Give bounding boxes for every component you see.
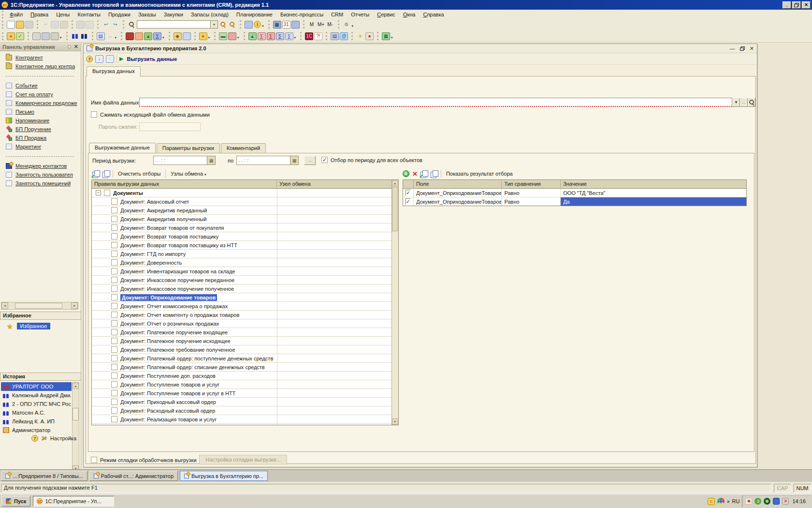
- value-cell[interactable]: ООО "ТД "Веста": [561, 189, 746, 197]
- settings-link[interactable]: Настройка: [50, 435, 76, 441]
- menu-item-10[interactable]: Бизнес-процессы: [276, 11, 327, 18]
- window-tab[interactable]: Рабочий ст...: Администратор: [89, 471, 178, 481]
- delete-icon[interactable]: ✕: [412, 170, 418, 178]
- history-scrollbar[interactable]: ▴ ▾: [72, 382, 79, 472]
- save-icon[interactable]: [25, 21, 33, 29]
- rules-row[interactable]: Документ: Отчет комиссионера о продажах: [92, 302, 398, 311]
- field-cell[interactable]: Документ_ОприходованиеТоваров....: [414, 197, 502, 206]
- print-forms-icon[interactable]: [42, 32, 50, 40]
- row-checkbox[interactable]: [111, 277, 117, 283]
- menu-item-7[interactable]: Закупки: [160, 11, 187, 18]
- row-checkbox[interactable]: [111, 285, 117, 292]
- contact-person-icon[interactable]: [135, 32, 143, 40]
- row-checkbox[interactable]: [111, 364, 117, 370]
- uncheck-all-icon[interactable]: [102, 170, 110, 178]
- report-sum3-icon[interactable]: ∑: [276, 32, 284, 40]
- help-icon[interactable]: ?: [86, 56, 93, 62]
- panel-link-1-6[interactable]: БП Продажа: [0, 134, 81, 142]
- paste-icon[interactable]: [60, 21, 68, 29]
- row-checkbox[interactable]: [111, 346, 117, 353]
- rules-row[interactable]: Документ: Аккредитив переданный: [92, 206, 398, 215]
- m-plus-icon[interactable]: M+: [317, 21, 325, 29]
- rules-row[interactable]: Документ: Поступление доп. расходов: [92, 372, 398, 380]
- copy-window-icon[interactable]: [245, 21, 253, 29]
- help-icon[interactable]: ?: [31, 435, 38, 442]
- row-checkbox[interactable]: [111, 338, 117, 344]
- calendar-icon[interactable]: ▦: [207, 156, 216, 165]
- document-check-icon[interactable]: ✓: [16, 32, 24, 40]
- forward-icon[interactable]: →: [106, 32, 114, 40]
- row-checkbox[interactable]: [111, 416, 117, 422]
- row-checkbox[interactable]: [111, 233, 117, 239]
- history-item[interactable]: 2 - ОПО УГПС МЧС Рос...: [1, 400, 72, 408]
- minimize-button[interactable]: _: [783, 1, 791, 9]
- debug-mode-checkbox[interactable]: [91, 457, 97, 463]
- customer-order-icon[interactable]: [183, 32, 191, 40]
- filter-row[interactable]: ✓Документ_ОприходованиеТоваров....РавноД…: [403, 197, 746, 206]
- history-item[interactable]: Лейканд К. А. ИП: [1, 417, 72, 426]
- open-icon[interactable]: [16, 21, 24, 29]
- panel-link-1-0[interactable]: Событие: [0, 81, 81, 90]
- rules-row[interactable]: Документ: ГТД по импорту: [92, 250, 398, 258]
- window-tab[interactable]: Выгрузка в Бухгалтерию пр...: [180, 471, 268, 481]
- show-filter-result-button[interactable]: Показать результат отбора: [444, 170, 515, 178]
- tab-export-data[interactable]: Выгрузка данных: [87, 66, 141, 76]
- scroll-left-icon[interactable]: ◂: [1, 302, 8, 309]
- print-more-icon[interactable]: [51, 32, 59, 40]
- clear-filters-button[interactable]: Очистить отборы: [116, 170, 162, 178]
- chrome-icon[interactable]: [717, 498, 725, 505]
- email-icon[interactable]: @: [340, 32, 348, 40]
- payments-icon-dropdown[interactable]: ▾: [208, 36, 210, 40]
- service-wrench-icon-dropdown[interactable]: ▾: [352, 24, 354, 28]
- menu-item-14[interactable]: Окна: [399, 11, 420, 18]
- exchange-nodes-button[interactable]: Узлы обмена ▾: [169, 170, 208, 178]
- panel-link-0-0[interactable]: Контрагент: [0, 53, 81, 62]
- check-all-icon[interactable]: ✓: [92, 170, 100, 178]
- panel-link-2-1[interactable]: Занятость пользовател: [0, 170, 81, 179]
- panel-link-1-5[interactable]: БП Поручение: [0, 125, 81, 134]
- crm-icon[interactable]: 1С: [305, 32, 313, 40]
- customer-basket-icon[interactable]: ◆: [174, 32, 182, 40]
- rules-group-row[interactable]: −Документы: [92, 189, 398, 197]
- menu-item-1[interactable]: Файл: [6, 11, 27, 18]
- structure-tree-icon-dropdown[interactable]: ▾: [391, 36, 393, 40]
- check-all-icon[interactable]: ✓: [420, 170, 428, 178]
- forward-icon-dropdown[interactable]: ▾: [115, 36, 117, 40]
- menu-item-13[interactable]: Сервис: [373, 11, 399, 18]
- mdi-restore-button[interactable]: [740, 46, 745, 51]
- favorites-star-icon[interactable]: ★: [356, 32, 364, 40]
- calculator-icon[interactable]: ▦: [273, 21, 281, 29]
- info-icon[interactable]: i: [254, 21, 261, 28]
- row-checkbox[interactable]: [111, 251, 117, 257]
- compress-checkbox[interactable]: [91, 111, 97, 118]
- value-cell[interactable]: Да: [561, 197, 746, 206]
- row-checkbox[interactable]: [104, 190, 110, 196]
- start-button[interactable]: Пуск: [1, 496, 30, 507]
- rules-row[interactable]: Документ: Инкассовое поручение переданно…: [92, 276, 398, 284]
- uncheck-all-icon[interactable]: [431, 170, 438, 178]
- rules-row[interactable]: Документ: Инвентаризация товаров на скла…: [92, 267, 398, 276]
- menu-item-8[interactable]: Запасы (склад): [187, 11, 232, 18]
- history-item[interactable]: Матосян А.С.: [1, 408, 72, 417]
- user-settings-icon[interactable]: [291, 21, 300, 29]
- rules-row[interactable]: Документ: Отчет о розничных продажах: [92, 319, 398, 328]
- rules-row[interactable]: Документ: Платежное требование полученно…: [92, 345, 398, 354]
- row-checkbox[interactable]: [111, 373, 117, 379]
- rules-row[interactable]: Документ: Возврат товаров поставщику из …: [92, 241, 398, 250]
- summary-person-icon[interactable]: ∑: [153, 32, 161, 40]
- row-checkbox[interactable]: [111, 303, 117, 309]
- task-document-icon[interactable]: ▤: [97, 32, 105, 40]
- report-list-icon[interactable]: ∑: [285, 32, 293, 40]
- scroll-down-icon[interactable]: ▾: [392, 418, 398, 425]
- collapse-icon[interactable]: −: [96, 190, 101, 195]
- menu-item-15[interactable]: Справка: [419, 11, 448, 18]
- period-more-button[interactable]: ...: [304, 156, 316, 165]
- tray-antivirus-icon[interactable]: 3: [754, 498, 761, 505]
- undo-icon[interactable]: ↩: [102, 21, 110, 29]
- row-checkbox[interactable]: [111, 259, 117, 266]
- money-orders-icon[interactable]: ●: [7, 32, 15, 40]
- scrollbar-thumb[interactable]: [15, 303, 62, 309]
- report-chart-icon[interactable]: ▴: [248, 32, 257, 40]
- scroll-right-icon[interactable]: ▸: [71, 302, 78, 309]
- rules-row[interactable]: Документ: Доверенность: [92, 258, 398, 267]
